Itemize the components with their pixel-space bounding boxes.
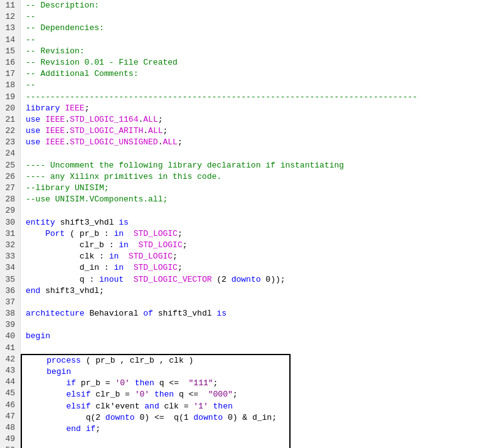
- line-number: 20: [0, 103, 21, 114]
- code-line: ---- any Xilinx primitives in this code.: [21, 171, 493, 183]
- code-line: ---- Uncomment the following library dec…: [21, 160, 493, 171]
- line-number: 28: [0, 194, 21, 205]
- code-line: [21, 205, 493, 216]
- code-line: begin: [21, 331, 493, 342]
- code-line-boxed: [22, 435, 289, 446]
- code-container: 11-- Description:12--13-- Dependencies:1…: [0, 0, 492, 448]
- line-number: 27: [0, 183, 21, 194]
- code-line-boxed: elsif clr_b = '0' then q <= "000";: [22, 389, 289, 400]
- code-line: --: [21, 35, 493, 46]
- code-line-boxed: begin: [22, 366, 289, 378]
- code-line: [21, 343, 493, 354]
- code-line: -- Revision 0.01 - File Created: [21, 57, 493, 68]
- line-number: 44: [0, 376, 20, 388]
- line-number: 34: [0, 262, 21, 274]
- code-line: clk : in STD_LOGIC;: [21, 251, 493, 262]
- box-line-numbers: 424344454647484950: [0, 354, 21, 448]
- line-number: 14: [0, 35, 21, 46]
- line-number: 24: [0, 148, 21, 159]
- code-line-boxed: process ( pr_b , clr_b , clk ): [22, 355, 289, 366]
- line-number: 46: [0, 400, 20, 411]
- code-line: library IEEE;: [21, 103, 493, 114]
- code-line: [21, 148, 493, 159]
- line-number: 16: [0, 57, 21, 68]
- code-line: -- Dependencies:: [21, 23, 493, 34]
- line-number: 39: [0, 319, 21, 331]
- code-line: q : inout STD_LOGIC_VECTOR (2 downto 0))…: [21, 274, 493, 285]
- line-number: 26: [0, 171, 21, 183]
- line-number: 12: [0, 11, 21, 23]
- code-line-boxed: end if;: [22, 424, 289, 435]
- code-line: -- Revision:: [21, 46, 493, 57]
- code-line: clr_b : in STD_LOGIC;: [21, 240, 493, 251]
- code-line: [21, 297, 493, 308]
- line-number: 45: [0, 388, 20, 399]
- line-number: 25: [0, 160, 21, 171]
- code-line: -- Description:: [21, 0, 493, 11]
- code-line: -- Additional Comments:: [21, 68, 493, 80]
- line-number: 17: [0, 68, 21, 80]
- line-number: 11: [0, 0, 21, 11]
- code-line: --library UNISIM;: [21, 183, 493, 194]
- line-number: 29: [0, 205, 21, 216]
- code-line: Port ( pr_b : in STD_LOGIC;: [21, 228, 493, 240]
- line-number: 30: [0, 217, 21, 228]
- box-code-area: process ( pr_b , clr_b , clk ) begin if …: [21, 354, 493, 448]
- line-number: 19: [0, 92, 21, 103]
- code-line: entity shift3_vhdl is: [21, 217, 493, 228]
- line-number: 32: [0, 240, 21, 251]
- code-line: [21, 319, 493, 331]
- line-number: 49: [0, 434, 20, 445]
- line-number: 35: [0, 274, 21, 285]
- line-number: 18: [0, 80, 21, 91]
- line-number: 38: [0, 308, 21, 319]
- code-line-boxed: q(2 downto 0) <= q(1 downto 0) & d_in;: [22, 412, 289, 424]
- code-line: --: [21, 11, 493, 23]
- code-line: use IEEE.STD_LOGIC_UNSIGNED.ALL;: [21, 137, 493, 148]
- code-line: end shift3_vhdl;: [21, 285, 493, 297]
- line-number: 41: [0, 343, 21, 354]
- code-line: use IEEE.STD_LOGIC_ARITH.ALL;: [21, 125, 493, 137]
- line-number: 50: [0, 445, 20, 448]
- line-number: 48: [0, 422, 20, 434]
- box-container: 424344454647484950 process ( pr_b , clr_…: [0, 354, 492, 448]
- line-number: 47: [0, 411, 20, 422]
- code-line: --: [21, 80, 493, 91]
- line-number: 22: [0, 125, 21, 137]
- line-number: 37: [0, 297, 21, 308]
- code-line: d_in : in STD_LOGIC;: [21, 262, 493, 274]
- code-line-boxed: elsif clk'event and clk = '1' then: [22, 401, 289, 412]
- line-number: 15: [0, 46, 21, 57]
- line-number: 33: [0, 251, 21, 262]
- line-number: 21: [0, 114, 21, 125]
- code-line: ----------------------------------------…: [21, 92, 493, 103]
- line-number: 42: [0, 354, 20, 365]
- line-number: 23: [0, 137, 21, 148]
- line-number: 31: [0, 228, 21, 240]
- code-line-boxed: if pr_b = '0' then q <= "111";: [22, 378, 289, 389]
- code-line: --use UNISIM.VComponents.all;: [21, 194, 493, 205]
- line-number: 36: [0, 285, 21, 297]
- line-number: 43: [0, 365, 20, 376]
- line-number: 40: [0, 331, 21, 342]
- code-table: 11-- Description:12--13-- Dependencies:1…: [0, 0, 492, 448]
- code-line: use IEEE.STD_LOGIC_1164.ALL;: [21, 114, 493, 125]
- line-number: 13: [0, 23, 21, 34]
- code-line: architecture Behavioral of shift3_vhdl i…: [21, 308, 493, 319]
